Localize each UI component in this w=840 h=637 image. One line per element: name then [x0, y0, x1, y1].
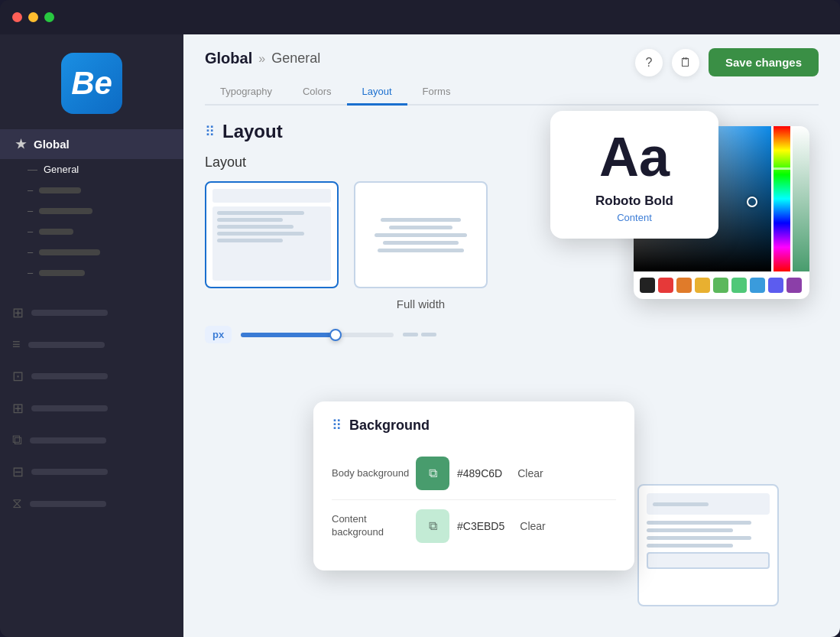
slider-track[interactable] — [241, 333, 394, 337]
minimize-button[interactable] — [28, 12, 38, 22]
content-hex-value: #C3EBD5 — [457, 520, 504, 532]
dash-icon: — — [28, 164, 37, 175]
breadcrumb-separator: » — [258, 52, 265, 66]
lp-body — [212, 206, 331, 281]
swatch-yellow[interactable] — [695, 278, 710, 293]
bg-panel-header: ⠿ Background — [332, 417, 616, 434]
star-icon: ★ — [15, 137, 26, 151]
sidebar-icon-row-6[interactable]: ⊟ — [0, 457, 183, 486]
bottom-layout-card — [637, 484, 779, 606]
content-clear-button[interactable]: Clear — [514, 517, 551, 535]
slider-row: px — [205, 326, 819, 343]
section-title: Layout — [222, 121, 283, 142]
swatch-purple[interactable] — [786, 278, 802, 293]
app-body: Be ★ Global — General – – – – — [0, 34, 840, 637]
save-button[interactable]: Save changes — [709, 48, 819, 76]
swatch-orange[interactable] — [676, 278, 692, 293]
slider-thumb[interactable] — [329, 329, 342, 341]
lp-line-2 — [217, 218, 283, 222]
swatch-red[interactable] — [658, 278, 673, 293]
px-badge: px — [205, 326, 232, 343]
body-clear-button[interactable]: Clear — [511, 464, 549, 483]
sidebar-icon-row-3[interactable]: ⊡ — [0, 362, 183, 391]
body-background-swatch[interactable]: ⧉ — [416, 457, 449, 490]
swatch-green[interactable] — [713, 278, 728, 293]
sidebar-sub-2[interactable]: – — [0, 200, 183, 221]
font-card: Aa Roboto Bold Content — [550, 111, 718, 239]
sidebar-line-2 — [39, 208, 92, 214]
swatch-dark-icon: ⧉ — [429, 466, 437, 480]
picker-thumb[interactable] — [747, 197, 757, 207]
lp-line-3 — [217, 225, 294, 229]
help-icon: ? — [645, 56, 652, 70]
body-background-row: Body background ⧉ #489C6D Clear — [332, 447, 616, 499]
main-content: Global » General Typography Colors Layou… — [183, 34, 840, 637]
sidebar-sub-4[interactable]: – — [0, 242, 183, 262]
copy-icon: ⧉ — [12, 432, 22, 448]
sidebar-bottom-icons: ⊞ ≡ ⊡ ⊞ ⧉ — [0, 298, 183, 518]
tab-typography[interactable]: Typography — [205, 80, 287, 106]
sidebar-sub-1[interactable]: – — [0, 180, 183, 200]
swatch-black[interactable] — [640, 278, 655, 293]
hue-indicator — [774, 167, 790, 170]
logo: Be — [61, 53, 122, 114]
swatch-blue[interactable] — [750, 278, 765, 293]
sidebar-sub-5[interactable]: – — [0, 262, 183, 283]
picker-hue-wrap — [774, 126, 790, 271]
sidebar-placeholder-1 — [31, 310, 108, 316]
titlebar — [0, 0, 840, 34]
app-window: Be ★ Global — General – – – – — [0, 0, 840, 637]
slider-fill — [241, 333, 332, 337]
close-button[interactable] — [12, 12, 22, 22]
sidebar-icon-row-2[interactable]: ≡ — [0, 330, 183, 359]
content-background-swatch[interactable]: ⧉ — [416, 509, 449, 543]
swatch-indigo[interactable] — [768, 278, 783, 293]
font-sub: Content — [617, 212, 652, 223]
sidebar-placeholder-2 — [28, 342, 105, 348]
sidebar-item-global[interactable]: ★ Global — [0, 129, 183, 159]
content-background-label: Content background — [332, 513, 416, 539]
layout-card-selected[interactable] — [205, 181, 339, 288]
history-button[interactable]: 🗒 — [672, 49, 699, 76]
layout-card-fullwidth-wrapper: Full width — [354, 181, 488, 310]
picker-swatches — [634, 271, 809, 299]
sidebar-placeholder-7 — [30, 501, 106, 507]
font-name: Roboto Bold — [595, 193, 673, 209]
picker-hue[interactable] — [774, 126, 790, 271]
body-background-label: Body background — [332, 467, 416, 480]
sidebar-global-label: Global — [34, 138, 70, 151]
menu-icon: ≡ — [12, 336, 21, 353]
sidebar-icon-row-7[interactable]: ⧖ — [0, 489, 183, 518]
maximize-button[interactable] — [44, 12, 54, 22]
lp-line-5 — [217, 239, 283, 242]
body-hex-value: #489C6D — [457, 467, 502, 479]
sidebar-sub-general[interactable]: — General — [0, 159, 183, 180]
box-icon: ⊡ — [12, 368, 24, 385]
sidebar-placeholder-6 — [31, 469, 108, 475]
lp-line-1 — [217, 211, 304, 215]
sidebar-placeholder-3 — [31, 373, 108, 379]
layout-icon-1: ⊞ — [12, 304, 24, 321]
sidebar-icon-row-1[interactable]: ⊞ — [0, 298, 183, 327]
sidebar-icon-row-4[interactable]: ⊞ — [0, 394, 183, 423]
picker-alpha[interactable] — [793, 126, 809, 271]
swatch-light-icon: ⧉ — [429, 519, 437, 533]
bg-panel-title: Background — [349, 418, 430, 434]
full-width-label: Full width — [397, 297, 445, 310]
tab-layout[interactable]: Layout — [347, 80, 407, 106]
breadcrumb-global: Global — [205, 50, 252, 67]
sidebar-line-5 — [39, 270, 85, 276]
background-panel: ⠿ Background Body background ⧉ #489C6D C… — [313, 401, 634, 570]
content-background-row: Content background ⧉ #C3EBD5 Clear — [332, 499, 616, 552]
tab-forms[interactable]: Forms — [407, 80, 466, 106]
history-icon: 🗒 — [679, 56, 692, 70]
sidebar-icon-row-5[interactable]: ⧉ — [0, 426, 183, 454]
tab-colors[interactable]: Colors — [287, 80, 347, 106]
grid-icon-2: ⊞ — [12, 400, 24, 417]
link-icon: ⧖ — [12, 496, 22, 512]
help-button[interactable]: ? — [635, 49, 663, 76]
layout-card-fullwidth[interactable] — [354, 181, 488, 288]
sidebar-line-4 — [39, 249, 100, 255]
swatch-mint[interactable] — [731, 278, 747, 293]
sidebar-sub-3[interactable]: – — [0, 221, 183, 242]
